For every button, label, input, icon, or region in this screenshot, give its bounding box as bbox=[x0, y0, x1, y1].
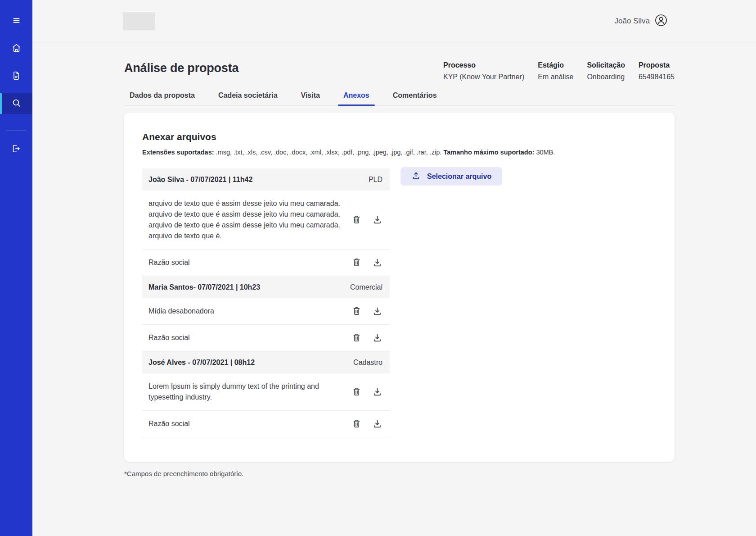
page-title: Análise de proposta bbox=[124, 60, 238, 76]
extensions-note: Extensões suportadas: .msg, .txt, .xls, … bbox=[142, 148, 657, 157]
logo-placeholder bbox=[123, 12, 155, 30]
download-button[interactable] bbox=[372, 257, 382, 268]
document-icon bbox=[11, 70, 22, 82]
delete-button[interactable] bbox=[351, 214, 362, 225]
sidebar-item-logout[interactable] bbox=[0, 139, 32, 159]
sidebar-item-documents[interactable] bbox=[0, 66, 32, 86]
file-name: Lorem Ipsum is simply dummy text of the … bbox=[148, 381, 349, 403]
file-name: Razão social bbox=[148, 257, 190, 268]
tab-dados-da-proposta[interactable]: Dados da proposta bbox=[124, 91, 200, 105]
attachment-row: Razão social bbox=[142, 250, 390, 276]
delete-button[interactable] bbox=[351, 418, 362, 429]
user-menu[interactable]: João Silva bbox=[615, 14, 668, 29]
file-name: Mídia desabonadora bbox=[148, 306, 214, 317]
trash-icon bbox=[351, 262, 362, 269]
attachment-row: arquivo de texto que é assim desse jeito… bbox=[142, 191, 390, 250]
trash-icon bbox=[351, 391, 362, 398]
sidebar bbox=[0, 0, 32, 536]
top-header: João Silva bbox=[32, 0, 756, 42]
download-icon bbox=[372, 423, 382, 430]
required-fields-note: *Campos de preenchimento obrigatório. bbox=[124, 470, 675, 477]
tab-anexos[interactable]: Anexos bbox=[338, 91, 375, 105]
sidebar-item-search[interactable] bbox=[0, 93, 32, 114]
info-field-solicitacao: Solicitação Onboarding bbox=[587, 61, 625, 82]
group-category: Cadastro bbox=[353, 359, 382, 367]
hamburger-icon bbox=[12, 16, 21, 26]
logout-icon bbox=[11, 143, 22, 155]
trash-icon bbox=[351, 219, 362, 226]
trash-icon bbox=[351, 423, 362, 430]
attachment-row: Razão social bbox=[142, 411, 390, 437]
user-avatar-icon[interactable] bbox=[654, 14, 668, 29]
info-field-estagio: Estágio Em análise bbox=[538, 61, 573, 82]
download-button[interactable] bbox=[372, 386, 382, 397]
attachment-group-header: João Silva - 07/07/2021 | 11h42 PLD bbox=[142, 168, 390, 191]
tab-visita[interactable]: Visita bbox=[296, 91, 325, 105]
group-category: PLD bbox=[369, 176, 382, 184]
download-button[interactable] bbox=[372, 306, 382, 317]
trash-icon bbox=[351, 337, 362, 344]
download-button[interactable] bbox=[372, 332, 382, 343]
proposal-tabs: Dados da proposta Cadeia societária Visi… bbox=[124, 91, 675, 106]
file-name: Razão social bbox=[148, 332, 190, 343]
delete-button[interactable] bbox=[351, 257, 362, 268]
download-button[interactable] bbox=[372, 418, 382, 429]
attachment-list: João Silva - 07/07/2021 | 11h42 PLD arqu… bbox=[142, 168, 390, 437]
download-icon bbox=[372, 391, 382, 398]
upload-column: Selecionar arquivo bbox=[400, 168, 502, 186]
group-category: Comercial bbox=[350, 283, 382, 291]
attachment-group-header: José Alves - 07/07/2021 | 08h12 Cadastro bbox=[142, 351, 390, 373]
sidebar-item-home[interactable] bbox=[0, 38, 32, 59]
search-icon bbox=[11, 97, 22, 110]
card-heading: Anexar arquivos bbox=[142, 132, 657, 142]
download-icon bbox=[372, 337, 382, 344]
delete-button[interactable] bbox=[351, 332, 362, 343]
attachments-card: Anexar arquivos Extensões suportadas: .m… bbox=[124, 113, 675, 462]
download-icon bbox=[372, 219, 382, 226]
attachment-group-header: Maria Santos- 07/07/2021 | 10h23 Comerci… bbox=[142, 276, 390, 298]
proposal-info: Processo KYP (Know Your Partner) Estágio… bbox=[443, 61, 675, 82]
info-field-proposta: Proposta 654984165 bbox=[639, 61, 675, 82]
upload-icon bbox=[411, 171, 421, 182]
sidebar-divider bbox=[6, 131, 26, 131]
attachment-row: Lorem Ipsum is simply dummy text of the … bbox=[142, 373, 390, 411]
home-icon bbox=[11, 42, 22, 55]
download-icon bbox=[372, 262, 382, 269]
file-name: arquivo de texto que é assim desse jeito… bbox=[148, 198, 349, 241]
tab-cadeia-societaria[interactable]: Cadeia societária bbox=[213, 91, 283, 105]
trash-icon bbox=[351, 311, 362, 318]
attachment-row: Mídia desabonadora bbox=[142, 298, 390, 325]
info-field-processo: Processo KYP (Know Your Partner) bbox=[443, 61, 524, 82]
select-file-button[interactable]: Selecionar arquivo bbox=[400, 167, 502, 186]
delete-button[interactable] bbox=[351, 386, 362, 397]
attachment-row: Razão social bbox=[142, 325, 390, 351]
delete-button[interactable] bbox=[351, 306, 362, 317]
download-icon bbox=[372, 311, 382, 318]
download-button[interactable] bbox=[372, 214, 382, 225]
file-name: Razão social bbox=[148, 418, 190, 429]
user-name: João Silva bbox=[615, 17, 650, 26]
tab-comentarios[interactable]: Comentários bbox=[387, 91, 442, 105]
menu-button[interactable] bbox=[0, 11, 32, 32]
